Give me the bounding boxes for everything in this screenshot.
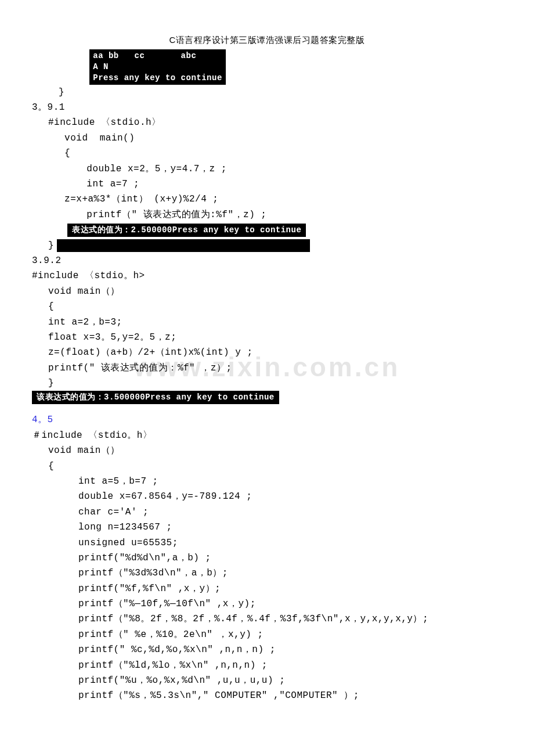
code-line: int a=5，b=7 ; <box>32 474 502 489</box>
code-line: ＃include 〈stdio。h〉 <box>32 428 502 443</box>
code-line: printf（" 该表达式的值为:%f"，z) ; <box>32 207 502 222</box>
code-line: printf("%u，%o,%x,%d\n" ,u,u，u,u) ; <box>32 673 502 688</box>
code-line: void main() <box>32 131 502 146</box>
code-line: } <box>32 376 502 391</box>
code-line: int a=7 ; <box>32 177 502 192</box>
console-line: aa bb cc abc <box>93 51 196 60</box>
code-line: { <box>32 459 502 474</box>
console-output-3: 该表达式的值为：3.500000Press any key to continu… <box>32 391 279 404</box>
code-line: { <box>32 146 502 161</box>
code-brace <box>32 52 86 62</box>
code-line: float x=3。5,y=2。5，z; <box>32 330 502 345</box>
code-line: void main（） <box>32 284 502 299</box>
code-line: void main（） <box>32 443 502 458</box>
code-line: printf（"%3d%3d\n"，a，b）; <box>32 566 502 581</box>
code-line: { <box>32 299 502 314</box>
console-output-1: aa bb cc abc A N Press any key to contin… <box>89 49 226 85</box>
code-line: double x=2。5，y=4.7，z ; <box>32 161 502 177</box>
code-line: printf（"%—10f,%—10f\n" ,x，y); <box>32 596 502 611</box>
code-line: double x=67.8564，y=-789.124 ; <box>32 489 502 504</box>
code-line: z=x+a%3*（int） (x+y)%2/4 ; <box>32 192 502 207</box>
code-brace-close: } <box>32 240 54 251</box>
code-line: char c='A' ; <box>32 505 502 520</box>
console-tail <box>57 239 310 253</box>
code-line: printf（"%ld,%lo，%x\n" ,n,n,n) ; <box>32 658 502 673</box>
console-line: A N <box>93 62 109 71</box>
code-line: int a=2，b=3; <box>32 315 502 330</box>
code-line: printf(" 该表达式的值为：%f" ，z）; <box>32 361 502 376</box>
code-line: printf（" %e，%10。2e\n" ，x,y) ; <box>32 627 502 642</box>
console-line: Press any key to continue <box>93 73 222 82</box>
code-brace-close: } <box>32 85 502 100</box>
section-number: 3。9.1 <box>32 100 502 115</box>
code-line: printf（"%s，%5.3s\n"," COMPUTER" ,"COMPUT… <box>32 688 502 703</box>
code-line: printf(" %c,%d,%o,%x\n" ,n,n，n) ; <box>32 642 502 657</box>
console-output-2: 表达式的值为：2.500000Press any key to continue <box>67 224 306 237</box>
page-title: C语言程序设计第三版谭浩强课后习题答案完整版 <box>32 35 502 46</box>
code-line: long n=1234567 ; <box>32 520 502 535</box>
code-line: printf("%d%d\n",a，b) ; <box>32 550 502 566</box>
code-spacer <box>32 225 64 235</box>
code-line: #include 〈stdio.h〉 <box>32 115 502 130</box>
code-line: printf（"%8。2f，%8。2f，%.4f，%.4f，%3f,%3f\n"… <box>32 611 502 627</box>
code-line: #include 〈stdio。h> <box>32 268 502 283</box>
section-number: 3.9.2 <box>32 253 502 268</box>
code-line: printf("%f,%f\n" ,x，y）; <box>32 581 502 596</box>
code-line: z=(float)（a+b）/2+（int)x%(int) y ; <box>32 345 502 360</box>
code-line: unsigned u=65535; <box>32 535 502 550</box>
section-number: 4。5 <box>32 412 502 427</box>
